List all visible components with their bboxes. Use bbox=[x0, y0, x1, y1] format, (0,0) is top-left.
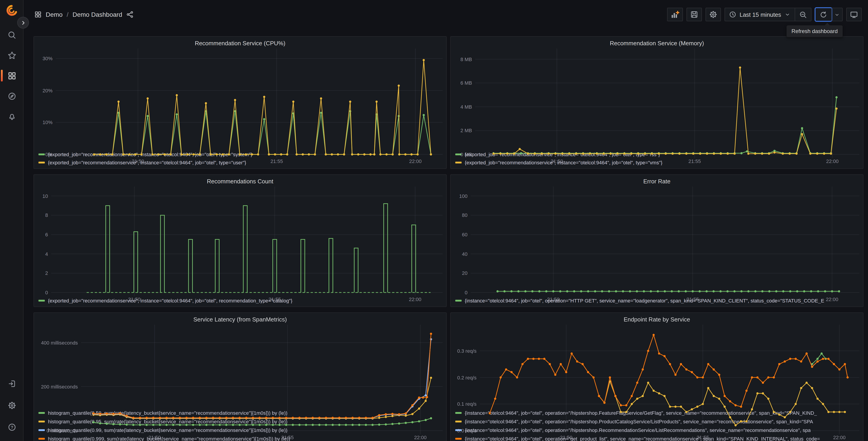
y-tick-label: 30% bbox=[42, 55, 53, 62]
legend-series-label: {instance="otelcol:9464", job="otel", op… bbox=[465, 436, 820, 441]
sidebar-item-dashboards[interactable] bbox=[3, 66, 21, 85]
legend-item[interactable]: {instance="otelcol:9464", job="otel", op… bbox=[455, 434, 859, 441]
panel-error-rate: Error Rate 02040608010021:5021:5522:00 {… bbox=[450, 174, 864, 307]
breadcrumb-folder[interactable]: Demo bbox=[46, 11, 63, 18]
sidebar-item-configuration[interactable] bbox=[3, 396, 21, 414]
breadcrumb: Demo / Demo Dashboard bbox=[34, 11, 133, 18]
y-tick-label: 200 milliseconds bbox=[41, 383, 78, 390]
sidebar-nav-bottom: ? bbox=[3, 375, 21, 436]
y-tick-label: 10 bbox=[42, 193, 48, 199]
legend-series-swatch bbox=[455, 412, 462, 414]
y-tick-label: 400 milliseconds bbox=[41, 340, 78, 346]
legend-series-swatch bbox=[38, 153, 45, 155]
grafana-logo-icon[interactable] bbox=[5, 4, 19, 17]
star-icon bbox=[7, 51, 16, 60]
help-icon: ? bbox=[7, 423, 16, 431]
cpu-chart-svg bbox=[56, 49, 443, 158]
time-picker-group: Last 15 minutes bbox=[724, 8, 811, 21]
counts-chart[interactable]: 21:5021:5522:00 bbox=[51, 186, 443, 295]
chevron-right-icon bbox=[20, 20, 26, 26]
legend-item[interactable]: {exported_job="recommendationservice", i… bbox=[38, 158, 443, 167]
tv-kiosk-button[interactable] bbox=[846, 8, 862, 21]
toolbar: Last 15 minutes bbox=[667, 8, 862, 21]
sidebar-nav-top bbox=[3, 26, 21, 125]
sidebar-item-sign-in[interactable] bbox=[3, 375, 21, 392]
add-panel-icon bbox=[671, 10, 679, 19]
sidebar-item-help[interactable]: ? bbox=[3, 418, 21, 436]
legend-series-swatch bbox=[38, 429, 45, 431]
endpoint-chart[interactable]: 21:5021:5522:00 bbox=[480, 325, 859, 407]
x-tick-label: 22:00 bbox=[829, 435, 850, 440]
y-tick-label: 0 MB bbox=[461, 151, 472, 157]
counts-chart-svg bbox=[51, 186, 443, 296]
y-tick-label: 4 MB bbox=[461, 104, 472, 110]
breadcrumb-dashboard[interactable]: Demo Dashboard bbox=[73, 11, 122, 18]
breadcrumb-separator: / bbox=[67, 11, 68, 18]
sidebar-expand-button[interactable] bbox=[17, 17, 29, 29]
compass-icon bbox=[7, 92, 16, 100]
sidebar: ? bbox=[0, 0, 24, 441]
x-tick-label: 22:00 bbox=[409, 435, 431, 440]
sidebar-item-search[interactable] bbox=[3, 26, 21, 44]
cpu-chart[interactable]: 21:5021:5522:00 bbox=[56, 49, 443, 149]
latency-chart[interactable]: 21:5021:5522:00 bbox=[81, 325, 443, 407]
sidebar-item-alerting[interactable] bbox=[3, 107, 21, 125]
svg-text:?: ? bbox=[10, 425, 13, 430]
y-axis: 0 milliseconds200 milliseconds400 millis… bbox=[37, 325, 81, 407]
grafana-app: ? Demo / Demo Dashboard bbox=[0, 0, 868, 441]
memory-chart-svg bbox=[475, 49, 859, 158]
legend-series-swatch bbox=[455, 438, 462, 439]
zoom-out-icon bbox=[799, 11, 807, 18]
x-tick-label: 21:55 bbox=[266, 158, 288, 164]
sidebar-item-explore[interactable] bbox=[3, 87, 21, 105]
y-tick-label: 20 bbox=[462, 270, 468, 276]
y-tick-label: 40 bbox=[462, 251, 468, 257]
panel-title[interactable]: Recommendation Service (Memory) bbox=[454, 37, 859, 49]
x-tick-label: 22:00 bbox=[821, 297, 843, 302]
share-icon[interactable] bbox=[126, 11, 133, 18]
dashboard-settings-button[interactable] bbox=[706, 8, 721, 21]
y-tick-label: 0% bbox=[45, 151, 53, 157]
y-tick-label: 8 MB bbox=[461, 56, 472, 62]
panel-title[interactable]: Error Rate bbox=[454, 175, 859, 186]
panel-title[interactable]: Recommendations Count bbox=[37, 175, 443, 186]
x-tick-label: 21:50 bbox=[546, 158, 568, 164]
dashboards-grid-icon bbox=[34, 11, 42, 18]
memory-chart[interactable]: 21:5021:5522:00 bbox=[475, 49, 859, 149]
panel-endpoint-rate: Endpoint Rate by Service 0.0 req/s0.1 re… bbox=[450, 313, 864, 441]
y-tick-label: 0 bbox=[45, 289, 48, 296]
x-tick-label: 22:00 bbox=[404, 297, 426, 302]
y-tick-label: 0 milliseconds bbox=[46, 428, 78, 434]
y-tick-label: 2 MB bbox=[461, 127, 472, 134]
refresh-interval-dropdown[interactable] bbox=[831, 8, 842, 21]
error-chart[interactable]: 21:5021:5522:00 bbox=[471, 186, 859, 295]
legend-series-swatch bbox=[455, 420, 462, 422]
legend-series-swatch bbox=[38, 438, 45, 439]
x-tick-label: 22:00 bbox=[822, 158, 843, 164]
add-panel-button[interactable] bbox=[667, 8, 683, 21]
legend-item[interactable]: histogram_quantile(0.999, sum(rate(laten… bbox=[38, 434, 443, 441]
zoom-out-button[interactable] bbox=[795, 8, 811, 21]
refresh-tooltip: Refresh dashboard bbox=[786, 25, 843, 37]
refresh-button[interactable] bbox=[815, 8, 831, 21]
sidebar-item-starred[interactable] bbox=[3, 46, 21, 64]
panel-recommendation-cpu: Recommendation Service (CPU%) 0%10%20%30… bbox=[33, 36, 447, 169]
header: Demo / Demo Dashboard Last 15 mi bbox=[24, 0, 868, 29]
x-tick-label: 21:50 bbox=[555, 435, 577, 440]
x-tick-label: 21:50 bbox=[127, 158, 149, 164]
clock-icon bbox=[729, 11, 736, 18]
y-tick-label: 60 bbox=[462, 231, 468, 238]
legend-item[interactable]: {exported_job="recommendationservice", i… bbox=[38, 297, 443, 305]
panel-title[interactable]: Service Latency (from SpanMetrics) bbox=[37, 313, 443, 325]
y-tick-label: 0 bbox=[465, 289, 467, 296]
panel-title[interactable]: Endpoint Rate by Service bbox=[454, 313, 859, 325]
time-range-picker[interactable]: Last 15 minutes bbox=[725, 8, 795, 21]
save-dashboard-button[interactable] bbox=[686, 8, 702, 21]
endpoint-chart-svg bbox=[480, 325, 859, 434]
legend-series-swatch bbox=[38, 412, 45, 414]
panel-service-latency: Service Latency (from SpanMetrics) 0 mil… bbox=[33, 313, 447, 441]
panel-title[interactable]: Recommendation Service (CPU%) bbox=[37, 37, 443, 49]
tv-monitor-icon bbox=[850, 10, 858, 19]
legend-item[interactable]: {exported_job="recommendationservice", i… bbox=[455, 158, 859, 167]
legend-item[interactable]: {instance="otelcol:9464", job="otel", op… bbox=[455, 297, 859, 305]
